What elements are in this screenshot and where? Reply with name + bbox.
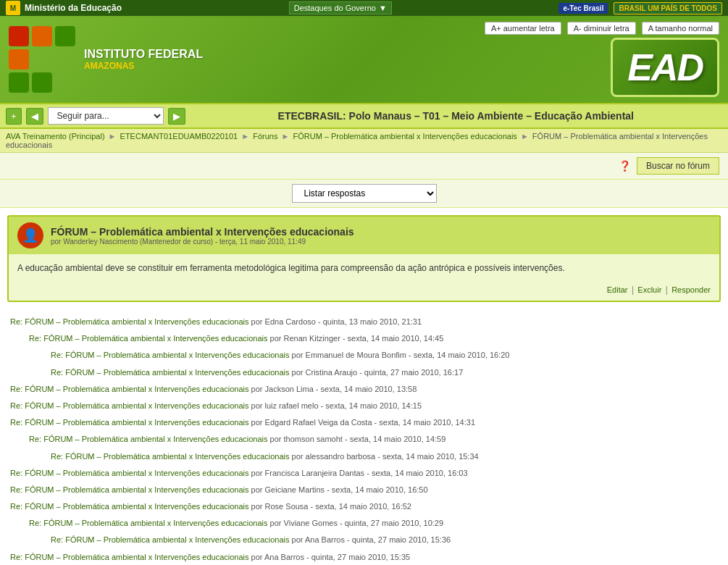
reply-meta-12: por Viviane Gomes - quinta, 27 maio 2010… [268,519,444,527]
reply-item: Re: FÓRUM – Problemática ambiental x Int… [7,448,721,465]
ead-label: EAD [627,46,703,88]
help-icon[interactable]: ❓ [619,160,631,172]
list-replies-select[interactable]: Listar respostas [292,184,437,203]
reply-link-8[interactable]: Re: FÓRUM – Problemática ambiental x Int… [51,452,290,461]
reply-item: Re: FÓRUM – Problemática ambiental x Int… [7,414,721,431]
reply-link-10[interactable]: Re: FÓRUM – Problemática ambiental x Int… [10,485,249,494]
reply-meta-4: por Jackson Lima - sexta, 14 maio 2010, … [249,385,417,393]
nav-next-button[interactable]: ▶ [168,108,185,125]
reply-link-11[interactable]: Re: FÓRUM – Problemática ambiental x Int… [10,502,249,511]
logo-cell-empty-2 [55,49,75,70]
reply-item: Re: FÓRUM – Problemática ambiental x Int… [7,498,721,515]
ministry-title: Ministério da Educação [25,3,122,13]
logo-cell-green-1 [55,26,75,46]
breadcrumb-item-2[interactable]: Fóruns [253,132,277,141]
reply-link-6[interactable]: Re: FÓRUM – Problemática ambiental x Int… [10,418,249,427]
ead-logo: EAD [611,38,719,97]
amazonas-label: AMAZONAS [84,61,203,71]
font-normal-button[interactable]: A tamanho normal [642,22,719,35]
logo-text: INSTITUTO FEDERAL AMAZONAS [84,48,203,71]
reply-item: Re: FÓRUM – Problemática ambiental x Int… [7,465,721,482]
reply-item: Re: FÓRUM – Problemática ambiental x Int… [7,398,721,414]
logo-cell-empty-3 [55,72,75,93]
reply-meta-7: por thomson samoht - sexta, 14 maio 2010… [268,435,446,443]
reply-meta-10: por Geiciane Martins - sexta, 14 maio 20… [249,485,428,494]
gov-bar-right: e-Tec Brasil BRASIL UM PAÍS DE TODOS [558,2,722,14]
breadcrumb: AVA Treinamento (Principal) ► ETECMANT01… [0,129,728,153]
reply-link-9[interactable]: Re: FÓRUM – Problemática ambiental x Int… [10,469,249,477]
chevron-down-icon: ▼ [379,4,387,12]
reply-list: Re: FÓRUM – Problemática ambiental x Int… [7,311,721,565]
font-decrease-button[interactable]: A- diminuir letra [567,22,636,35]
reply-link-3[interactable]: Re: FÓRUM – Problemática ambiental x Int… [51,368,290,377]
gov-dropdown-label: Destaques do Governo [294,4,376,12]
logo-grid [9,26,75,93]
reply-link-12[interactable]: Re: FÓRUM – Problemática ambiental x Int… [29,519,268,527]
gov-dropdown[interactable]: Destaques do Governo ▼ [289,1,392,14]
forum-post-header: 👤 FÓRUM – Problemática ambiental x Inter… [9,217,719,254]
nav-select[interactable]: Seguir para... [48,107,164,125]
reply-link-2[interactable]: Re: FÓRUM – Problemática ambiental x Int… [51,351,290,359]
logo-cell-orange-2 [9,49,29,70]
post-meta: por Wanderley Nascimento (Mantenedor de … [51,238,354,246]
reply-link-0[interactable]: Re: FÓRUM – Problemática ambiental x Int… [10,317,249,326]
nav-prev-button[interactable]: ◀ [26,108,43,125]
logo-cell-green-2 [9,72,29,93]
breadcrumb-item-3[interactable]: FÓRUM – Problemática ambiental x Interve… [293,132,516,141]
reply-meta-5: por luiz rafael melo - sexta, 14 maio 20… [249,401,422,410]
mec-logo: M [6,1,20,15]
reply-meta-11: por Rose Sousa - sexta, 14 maio 2010, 16… [249,502,411,511]
reply-link-5[interactable]: Re: FÓRUM – Problemática ambiental x Int… [10,401,249,410]
brasil-badge: BRASIL UM PAÍS DE TODOS [614,2,722,14]
post-title-area: FÓRUM – Problemática ambiental x Interve… [51,226,354,246]
reply-meta-13: por Ana Barros - quinta, 27 maio 2010, 1… [290,535,451,544]
reply-link[interactable]: Responder [671,285,711,294]
reply-item: Re: FÓRUM – Problemática ambiental x Int… [7,314,721,330]
reply-meta-8: por alessandro barbosa - sexta, 14 maio … [290,452,479,461]
reply-item: Re: FÓRUM – Problemática ambiental x Int… [7,482,721,498]
reply-link-4[interactable]: Re: FÓRUM – Problemática ambiental x Int… [10,385,249,393]
reply-meta-3: por Cristina Araujo - quinta, 27 maio 20… [290,368,464,377]
reply-link-14[interactable]: Re: FÓRUM – Problemática ambiental x Int… [10,553,249,561]
reply-meta-6: por Edgard Rafael Veiga da Costa - sexta… [249,418,475,427]
search-button[interactable]: Buscar no fórum [637,157,719,175]
forum-post: 👤 FÓRUM – Problemática ambiental x Inter… [7,215,721,302]
avatar: 👤 [17,222,43,248]
breadcrumb-item-0[interactable]: AVA Treinamento (Principal) [6,132,105,141]
logo-cell-orange-1 [32,26,52,46]
forum-post-actions: Editar | Excluir | Responder [9,282,719,301]
search-area: ❓ Buscar no fórum [0,153,728,180]
font-controls: A+ aumentar letra A- diminuir letra A ta… [485,22,719,35]
reply-item: Re: FÓRUM – Problemática ambiental x Int… [7,347,721,364]
reply-meta-14: por Ana Barros - quinta, 27 maio 2010, 1… [249,553,411,561]
reply-meta-0: por Edna Cardoso - quinta, 13 maio 2010,… [249,317,422,326]
reply-item: Re: FÓRUM – Problemática ambiental x Int… [7,364,721,381]
reply-link-7[interactable]: Re: FÓRUM – Problemática ambiental x Int… [29,435,268,443]
reply-item: Re: FÓRUM – Problemática ambiental x Int… [7,549,721,565]
gov-bar-center: Destaques do Governo ▼ [289,1,392,14]
reply-link-13[interactable]: Re: FÓRUM – Problemática ambiental x Int… [51,535,290,544]
reply-meta-2: por Emmanuel de Moura Bonfim - sexta, 14… [290,351,510,359]
breadcrumb-item-1[interactable]: ETECMANT01EDUAMB0220101 [120,132,238,141]
nav-add-button[interactable]: + [6,108,22,125]
nav-bar: + ◀ Seguir para... ▶ ETECBRASIL: Polo Ma… [0,103,728,129]
reply-item: Re: FÓRUM – Problemática ambiental x Int… [7,515,721,532]
dropdown-area: Listar respostas [0,180,728,208]
instituto-label: INSTITUTO FEDERAL [84,48,203,61]
reply-link-1[interactable]: Re: FÓRUM – Problemática ambiental x Int… [29,334,268,343]
reply-item: Re: FÓRUM – Problemática ambiental x Int… [7,330,721,347]
delete-link[interactable]: Excluir [637,285,661,294]
gov-bar-left: M Ministério da Educação [6,1,122,15]
edit-link[interactable]: Editar [607,285,628,294]
page-title: ETECBRASIL: Polo Manaus – T01 – Meio Amb… [278,110,634,122]
page-title-area: ETECBRASIL: Polo Manaus – T01 – Meio Amb… [190,110,722,122]
header-right: A+ aumentar letra A- diminuir letra A ta… [485,22,719,97]
reply-meta-9: por Francisca Laranjeira Dantas - sexta,… [249,469,468,477]
reply-item: Re: FÓRUM – Problemática ambiental x Int… [7,381,721,398]
reply-meta-1: por Renan Kitzinger - sexta, 14 maio 201… [268,334,444,343]
header-left: INSTITUTO FEDERAL AMAZONAS [9,26,203,93]
reply-item: Re: FÓRUM – Problemática ambiental x Int… [7,532,721,548]
gov-bar: M Ministério da Educação Destaques do Go… [0,0,728,16]
font-increase-button[interactable]: A+ aumentar letra [485,22,561,35]
reply-item: Re: FÓRUM – Problemática ambiental x Int… [7,431,721,448]
